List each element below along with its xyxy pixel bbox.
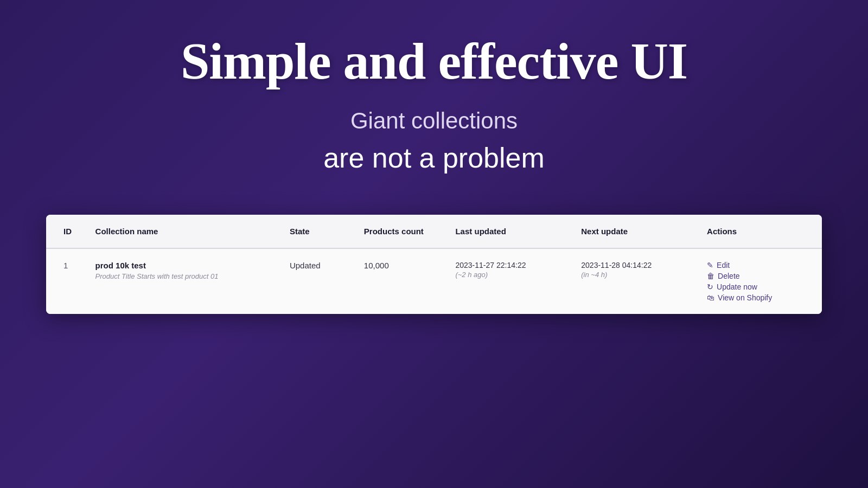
shopify-icon: 🛍 <box>707 293 714 302</box>
next-update-relative: (in ~4 h) <box>581 271 685 279</box>
hero-subtitle: Giant collections are not a problem <box>0 106 868 177</box>
delete-button[interactable]: 🗑 Delete <box>707 272 811 280</box>
row-actions-cell: ✎ Edit 🗑 Delete ↻ Update now 🛍 <box>696 248 822 314</box>
collections-table-container: ID Collection name State Products count … <box>46 215 822 314</box>
col-header-products-count: Products count <box>353 215 445 248</box>
col-header-actions: Actions <box>696 215 822 248</box>
table-row: 1 prod 10k test Product Title Starts wit… <box>46 248 822 314</box>
col-header-collection-name: Collection name <box>85 215 279 248</box>
col-header-next-update: Next update <box>570 215 696 248</box>
col-header-id: ID <box>46 215 85 248</box>
edit-button[interactable]: ✎ Edit <box>707 261 811 269</box>
col-header-last-updated: Last updated <box>444 215 570 248</box>
table-header-row: ID Collection name State Products count … <box>46 215 822 248</box>
row-last-updated-cell: 2023-11-27 22:14:22 (~2 h ago) <box>444 248 570 314</box>
delete-icon: 🗑 <box>707 272 714 280</box>
collection-filter: Product Title Starts with test product 0… <box>95 272 268 280</box>
delete-label: Delete <box>718 272 739 280</box>
last-updated-date: 2023-11-27 22:14:22 <box>455 261 559 269</box>
row-id: 1 <box>46 248 85 314</box>
next-update-date: 2023-11-28 04:14:22 <box>581 261 685 269</box>
update-now-label: Update now <box>717 282 757 291</box>
edit-label: Edit <box>717 261 730 269</box>
hero-title: Simple and effective UI <box>0 33 868 90</box>
update-now-button[interactable]: ↻ Update now <box>707 282 811 291</box>
actions-list: ✎ Edit 🗑 Delete ↻ Update now 🛍 <box>707 261 811 302</box>
hero-section: Simple and effective UI Giant collection… <box>0 0 868 198</box>
view-on-shopify-button[interactable]: 🛍 View on Shopify <box>707 293 811 302</box>
subtitle-line1: Giant collections <box>0 106 868 136</box>
row-collection-name-cell: prod 10k test Product Title Starts with … <box>85 248 279 314</box>
collection-name: prod 10k test <box>95 261 268 270</box>
edit-icon: ✎ <box>707 261 713 269</box>
row-next-update-cell: 2023-11-28 04:14:22 (in ~4 h) <box>570 248 696 314</box>
row-state: Updated <box>279 248 353 314</box>
subtitle-line2: are not a problem <box>0 140 868 177</box>
row-products-count: 10,000 <box>353 248 445 314</box>
col-header-state: State <box>279 215 353 248</box>
update-icon: ↻ <box>707 282 713 291</box>
last-updated-relative: (~2 h ago) <box>455 271 559 279</box>
collections-table: ID Collection name State Products count … <box>46 215 822 314</box>
view-on-shopify-label: View on Shopify <box>718 293 772 302</box>
